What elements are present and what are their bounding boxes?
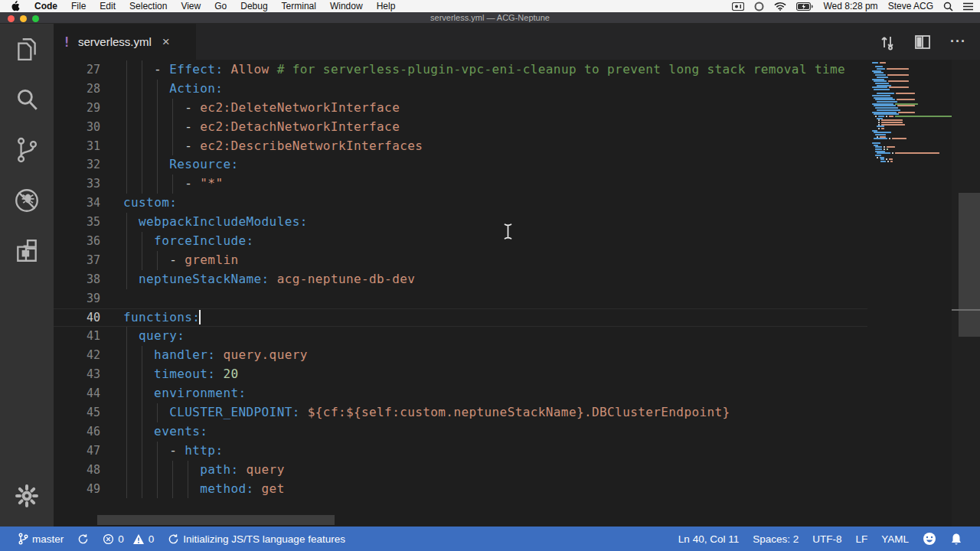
code-line-44[interactable]: 44environment: bbox=[54, 384, 867, 403]
indent-guide bbox=[142, 461, 142, 480]
code-line-49[interactable]: 49method: get bbox=[54, 480, 867, 499]
line-number[interactable]: 38 bbox=[54, 270, 100, 289]
code-line-36[interactable]: 36forceInclude: bbox=[54, 232, 867, 251]
git-sync-button[interactable] bbox=[70, 533, 96, 545]
language-mode-item[interactable]: YAML bbox=[874, 533, 916, 545]
horizontal-scrollbar-thumb[interactable] bbox=[97, 515, 335, 525]
screen-recording-icon[interactable] bbox=[732, 2, 744, 11]
line-number[interactable]: 44 bbox=[54, 384, 100, 403]
line-number[interactable]: 39 bbox=[54, 289, 100, 308]
open-changes-icon[interactable] bbox=[880, 34, 895, 51]
menu-item-terminal[interactable]: Terminal bbox=[275, 1, 323, 11]
code-line-40[interactable]: 40functions: bbox=[54, 308, 867, 328]
code-line-35[interactable]: 35webpackIncludeModules: bbox=[54, 213, 867, 232]
code-line-29[interactable]: 29- ec2:DeleteNetworkInterface bbox=[54, 99, 867, 118]
line-number[interactable]: 47 bbox=[54, 442, 100, 461]
code-line-34[interactable]: 34custom: bbox=[54, 194, 867, 213]
line-number[interactable]: 48 bbox=[54, 461, 100, 480]
line-number[interactable]: 28 bbox=[54, 80, 100, 99]
line-number[interactable]: 43 bbox=[54, 365, 100, 384]
code-line-38[interactable]: 38neptuneStackName: acg-neptune-db-dev bbox=[54, 270, 867, 289]
cursor-position-item[interactable]: Ln 40, Col 11 bbox=[671, 533, 746, 545]
menu-item-view[interactable]: View bbox=[174, 1, 207, 11]
line-number[interactable]: 36 bbox=[54, 232, 100, 251]
line-number[interactable]: 37 bbox=[54, 251, 100, 270]
indentation-item[interactable]: Spaces: 2 bbox=[746, 533, 805, 545]
problems-item[interactable]: 0 0 bbox=[96, 533, 161, 545]
indent-guide bbox=[126, 174, 127, 194]
feedback-smiley-icon[interactable] bbox=[916, 532, 943, 546]
code-line-27[interactable]: 27- Effect: Allow # for serverless-plugi… bbox=[54, 60, 867, 80]
code-line-43[interactable]: 43timeout: 20 bbox=[54, 365, 867, 384]
line-number[interactable]: 34 bbox=[54, 194, 100, 213]
language-features-status[interactable]: Initializing JS/TS language features bbox=[161, 533, 352, 545]
code-line-41[interactable]: 41query: bbox=[54, 327, 867, 346]
menu-clock[interactable]: Wed 8:28 pm bbox=[823, 1, 877, 11]
line-number[interactable]: 46 bbox=[54, 422, 100, 442]
code-line-33[interactable]: 33- "*" bbox=[54, 174, 867, 194]
code-area[interactable]: 27- Effect: Allow # for serverless-plugi… bbox=[54, 60, 867, 498]
git-branch-item[interactable]: master bbox=[11, 533, 70, 545]
code-line-47[interactable]: 47- http: bbox=[54, 442, 867, 461]
line-number[interactable]: 29 bbox=[54, 99, 100, 118]
line-number[interactable]: 35 bbox=[54, 213, 100, 232]
code-line-42[interactable]: 42handler: query.query bbox=[54, 346, 867, 365]
code-line-37[interactable]: 37- gremlin bbox=[54, 251, 867, 270]
source-control-icon[interactable] bbox=[0, 125, 54, 175]
menu-item-debug[interactable]: Debug bbox=[234, 1, 274, 11]
indent-guide bbox=[157, 118, 158, 137]
line-number[interactable]: 30 bbox=[54, 118, 100, 137]
debug-icon[interactable] bbox=[0, 175, 54, 226]
line-number[interactable]: 27 bbox=[54, 60, 100, 80]
tab-serverless-yml[interactable]: ! serverless.yml × bbox=[54, 24, 197, 60]
menu-item-selection[interactable]: Selection bbox=[122, 1, 174, 11]
code-line-30[interactable]: 30- ec2:DetachNetworkInterface bbox=[54, 118, 867, 137]
menu-extra-circle-icon[interactable] bbox=[754, 2, 764, 11]
menu-item-file[interactable]: File bbox=[64, 1, 93, 11]
indent-guide bbox=[188, 480, 188, 499]
code-line-32[interactable]: 32Resource: bbox=[54, 155, 867, 174]
code-line-28[interactable]: 28Action: bbox=[54, 80, 867, 99]
battery-icon[interactable] bbox=[796, 2, 813, 11]
menu-item-code[interactable]: Code bbox=[28, 1, 64, 11]
code-line-45[interactable]: 45CLUSTER_ENDPOINT: ${cf:${self:custom.n… bbox=[54, 403, 867, 422]
search-icon[interactable] bbox=[0, 74, 54, 125]
line-number[interactable]: 41 bbox=[54, 327, 100, 346]
menu-item-go[interactable]: Go bbox=[207, 1, 234, 11]
close-window-button[interactable] bbox=[8, 15, 15, 22]
code-line-46[interactable]: 46events: bbox=[54, 422, 867, 442]
line-number[interactable]: 49 bbox=[54, 480, 100, 499]
explorer-icon[interactable] bbox=[0, 24, 54, 74]
minimize-window-button[interactable] bbox=[20, 15, 27, 22]
line-number[interactable]: 45 bbox=[54, 403, 100, 422]
settings-gear-icon[interactable] bbox=[0, 473, 54, 519]
line-number[interactable]: 33 bbox=[54, 174, 100, 194]
eol-item[interactable]: LF bbox=[848, 533, 874, 545]
notifications-bell-icon[interactable] bbox=[943, 533, 969, 546]
apple-menu-icon[interactable] bbox=[11, 1, 20, 11]
encoding-item[interactable]: UTF-8 bbox=[805, 533, 848, 545]
split-editor-icon[interactable] bbox=[915, 35, 930, 49]
line-number[interactable]: 42 bbox=[54, 346, 100, 365]
code-editor[interactable]: 27- Effect: Allow # for serverless-plugi… bbox=[54, 60, 980, 527]
spotlight-search-icon[interactable] bbox=[943, 2, 953, 11]
menu-user[interactable]: Steve ACG bbox=[888, 1, 933, 11]
more-actions-icon[interactable]: ··· bbox=[950, 34, 966, 50]
extensions-icon[interactable] bbox=[0, 226, 54, 276]
code-line-39[interactable]: 39 bbox=[54, 289, 867, 308]
wifi-icon[interactable] bbox=[774, 2, 786, 11]
minimap[interactable] bbox=[867, 60, 952, 527]
zoom-window-button[interactable] bbox=[32, 15, 39, 22]
line-number[interactable]: 40 bbox=[54, 308, 100, 328]
vertical-scrollbar[interactable] bbox=[952, 60, 980, 527]
line-number[interactable]: 32 bbox=[54, 155, 100, 174]
line-number[interactable]: 31 bbox=[54, 137, 100, 156]
code-line-48[interactable]: 48path: query bbox=[54, 461, 867, 480]
vertical-scrollbar-thumb[interactable] bbox=[959, 193, 980, 337]
tab-close-icon[interactable]: × bbox=[162, 35, 170, 48]
notification-center-icon[interactable] bbox=[963, 2, 974, 11]
code-line-31[interactable]: 31- ec2:DescribeNetworkInterfaces bbox=[54, 137, 867, 156]
menu-item-help[interactable]: Help bbox=[370, 1, 403, 11]
menu-item-edit[interactable]: Edit bbox=[93, 1, 122, 11]
menu-item-window[interactable]: Window bbox=[323, 1, 370, 11]
